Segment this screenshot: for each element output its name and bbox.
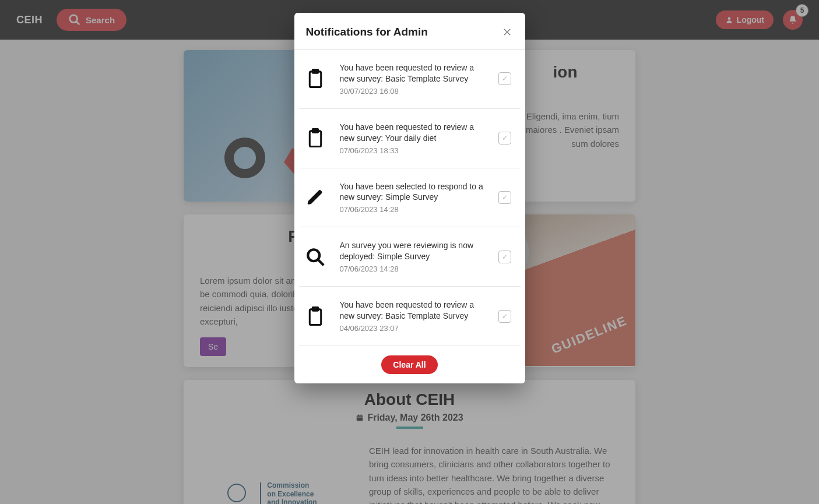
svg-rect-19: [310, 309, 321, 325]
notification-timestamp: 30/07/2023 16:08: [340, 87, 486, 96]
notification-dismiss-checkbox[interactable]: ✓: [498, 310, 511, 323]
notification-item[interactable]: You have been requested to review a new …: [299, 287, 521, 346]
svg-rect-16: [312, 129, 318, 132]
notification-timestamp: 07/06/2023 18:33: [340, 146, 486, 155]
notification-item[interactable]: You have been requested to review a new …: [299, 109, 521, 168]
svg-point-17: [308, 249, 319, 261]
notification-timestamp: 04/06/2023 23:07: [340, 324, 486, 333]
notification-list: You have been requested to review a new …: [294, 50, 525, 346]
svg-rect-14: [312, 70, 318, 73]
notifications-modal: Notifications for Admin You have been re…: [294, 13, 525, 383]
clipboard-icon: [304, 69, 327, 89]
clipboard-icon: [304, 128, 327, 148]
modal-title: Notifications for Admin: [306, 26, 428, 38]
modal-overlay[interactable]: Notifications for Admin You have been re…: [0, 0, 819, 504]
notification-dismiss-checkbox[interactable]: ✓: [498, 72, 511, 85]
pencil-icon: [304, 188, 327, 207]
notification-item[interactable]: You have been selected to respond to a n…: [299, 168, 521, 228]
notification-item[interactable]: An survey you were reviewing is now depl…: [299, 227, 521, 287]
notification-text: You have been requested to review a new …: [340, 299, 486, 333]
svg-rect-20: [312, 307, 318, 311]
notification-timestamp: 07/06/2023 14:28: [340, 265, 486, 273]
notification-dismiss-checkbox[interactable]: ✓: [498, 251, 511, 263]
svg-rect-15: [310, 131, 321, 147]
notification-title: You have been requested to review a new …: [340, 62, 486, 84]
notification-title: You have been requested to review a new …: [340, 122, 486, 144]
notification-text: You have been requested to review a new …: [340, 62, 486, 96]
modal-footer: Clear All: [294, 346, 525, 383]
magnify-icon: [304, 247, 327, 267]
close-icon: [502, 27, 512, 37]
notification-text: You have been requested to review a new …: [340, 122, 486, 155]
svg-rect-13: [310, 72, 321, 87]
notification-text: An survey you were reviewing is now depl…: [340, 240, 486, 273]
modal-header: Notifications for Admin: [294, 13, 525, 50]
close-button[interactable]: [501, 26, 514, 38]
notification-dismiss-checkbox[interactable]: ✓: [498, 132, 511, 144]
clear-all-button-label: Clear All: [393, 360, 426, 369]
notification-timestamp: 07/06/2023 14:28: [340, 205, 486, 214]
notification-title: You have been requested to review a new …: [340, 299, 486, 322]
clear-all-button[interactable]: Clear All: [381, 355, 437, 374]
notification-title: You have been selected to respond to a n…: [340, 181, 486, 203]
svg-line-18: [318, 259, 324, 265]
notification-title: An survey you were reviewing is now depl…: [340, 240, 486, 262]
notification-item[interactable]: You have been requested to review a new …: [299, 50, 521, 109]
clipboard-icon: [304, 306, 327, 326]
notification-dismiss-checkbox[interactable]: ✓: [498, 191, 511, 204]
notification-text: You have been selected to respond to a n…: [340, 181, 486, 214]
